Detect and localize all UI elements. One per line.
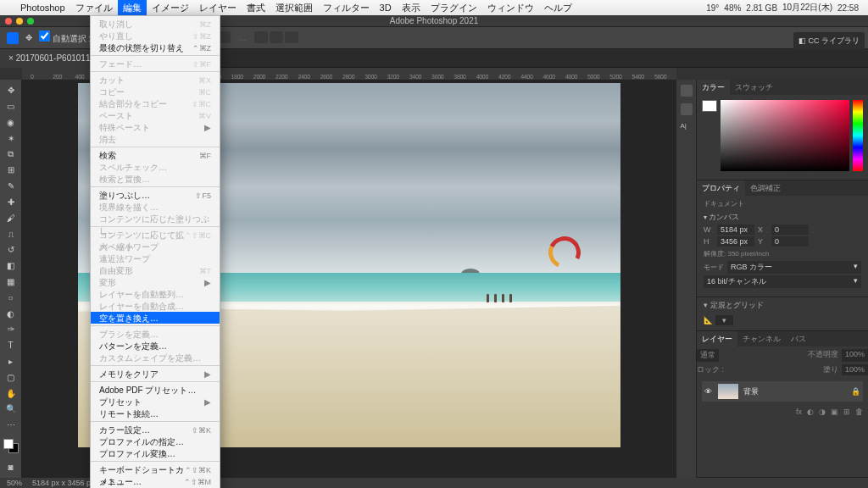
new-layer-icon[interactable]: ⊞ [843,408,850,416]
status-temp: 19° [704,3,721,13]
layer-fill[interactable]: 100% [842,364,868,375]
quickmask-tool[interactable]: ◙ [0,459,21,474]
menu-item-塗りつぶし…[interactable]: 塗りつぶし…⇧F5 [91,189,220,201]
color-swatches[interactable] [3,439,19,454]
bit-depth[interactable]: 16 bit/チャンネル▾ [704,275,861,288]
panel-icon-1[interactable] [681,85,693,97]
tab-properties[interactable]: プロパティ [697,180,745,196]
ruler-grid-header[interactable]: ▾ 定規とグリッド [704,301,764,309]
blend-mode[interactable]: 通常 [697,349,719,362]
zoom-level[interactable]: 50% [7,479,22,487]
menu-item-プロファイルの指定…[interactable]: プロファイルの指定… [91,435,220,447]
menu-item-カラー設定…[interactable]: カラー設定…⇧⌘K [91,424,220,435]
trash-icon[interactable]: 🗑 [855,408,863,416]
shape-tool[interactable]: ▢ [0,369,21,385]
path-tool[interactable]: ▸ [0,354,21,369]
canvas-y[interactable]: 0 [771,236,809,247]
menu-view[interactable]: 表示 [397,0,426,15]
layer-action-icons[interactable]: fx ◐ ◑ ▣ ⊞ 🗑 [697,405,868,419]
lock-icon[interactable]: 🔒 [851,387,860,396]
menu-image[interactable]: イメージ [147,0,194,15]
tab-swatches[interactable]: スウォッチ [730,80,778,95]
color-mode[interactable]: RGB カラー▾ [727,261,861,274]
crop-tool[interactable]: ⧉ [0,147,21,162]
canvas-width[interactable]: 5184 px [717,225,754,235]
tab-adjustments[interactable]: 色調補正 [745,180,786,196]
frame-tool[interactable]: ⊞ [0,163,21,178]
grid-unit[interactable]: ▾ [715,315,733,325]
auto-select-checkbox[interactable]: 自動選択 : [39,30,91,45]
edit-toolbar[interactable]: ⋯ [0,418,21,433]
dodge-tool[interactable]: ◐ [0,306,21,321]
menu-item-Adobe PDF プリセット…[interactable]: Adobe PDF プリセット… [91,384,220,396]
home-icon[interactable] [7,32,19,44]
brush-tool[interactable]: 🖌 [0,210,21,225]
menu-item-空を置き換え…[interactable]: 空を置き換え… [91,312,220,324]
adjust-icon[interactable]: ◑ [819,408,826,416]
gradient-tool[interactable]: ▦ [0,274,21,290]
visibility-icon[interactable]: 👁 [704,387,713,396]
menu-filter[interactable]: フィルター [318,0,375,15]
menu-type[interactable]: 書式 [242,0,270,15]
traffic-lights[interactable] [5,18,34,25]
history-brush-tool[interactable]: ↺ [0,242,21,258]
eraser-tool[interactable]: ◧ [0,258,21,274]
blur-tool[interactable]: ○ [0,290,21,305]
wand-tool[interactable]: ✶ [0,130,21,146]
move-tool[interactable]: ✥ [0,83,21,98]
tab-paths[interactable]: パス [786,331,811,347]
canvas-x[interactable]: 0 [771,225,809,235]
menu-select[interactable]: 選択範囲 [270,0,318,15]
eyedropper-tool[interactable]: ✎ [0,179,21,194]
panel-icon-3[interactable]: A| [681,122,693,134]
layer-name[interactable]: 背景 [743,386,759,397]
menu-item-プロファイル変換…[interactable]: プロファイル変換… [91,447,220,459]
menu-item-メモリをクリア[interactable]: メモリをクリア▶ [91,368,220,380]
menu-item-パターンを定義…[interactable]: パターンを定義… [91,340,220,352]
color-picker[interactable] [697,95,868,176]
layer-thumbnail[interactable] [718,384,738,399]
menu-item-検索[interactable]: 検索⌘F [91,149,220,161]
menu-help[interactable]: ヘルプ [539,0,577,15]
tab-layers[interactable]: レイヤー [697,331,737,347]
layer-opacity[interactable]: 100% [842,349,868,362]
fx-icon[interactable]: fx [796,408,802,416]
tab-channels[interactable]: チャンネル [737,331,786,347]
menu-photoshop[interactable]: Photoshop [15,0,70,15]
canvas-section[interactable]: カンバス [704,212,861,223]
menu-item-ブラシを定義…: ブラシを定義… [91,328,220,340]
lasso-tool[interactable]: ◉ [0,115,21,130]
mask-icon[interactable]: ◐ [807,408,814,416]
menu-layer[interactable]: レイヤー [194,0,242,15]
zoom-icon[interactable] [27,18,34,25]
menu-edit[interactable]: 編集 [118,0,147,15]
pen-tool[interactable]: ✑ [0,322,21,337]
tab-color[interactable]: カラー [697,80,730,95]
panel-icon-2[interactable] [681,103,693,115]
menu-plugin[interactable]: プラグイン [426,0,482,15]
status-battery: 48% [721,3,743,13]
menu-3d[interactable]: 3D [375,0,397,15]
menu-item-最後の状態を切り替え[interactable]: 最後の状態を切り替え⌃⌘Z [91,42,220,53]
heal-tool[interactable]: ✚ [0,195,21,210]
canvas-height[interactable]: 3456 px [717,236,754,247]
stamp-tool[interactable]: ⎍ [0,226,21,241]
move-tool-icon[interactable]: ✥ [25,33,32,42]
menu-item-キーボードショートカット…[interactable]: キーボードショートカット…⌃⇧⌘K [91,463,220,475]
menu-item-プリセット[interactable]: プリセット▶ [91,396,220,408]
menu-item-メニュー…[interactable]: メニュー…⌃⇧⌘M [91,475,220,487]
cc-libraries-panel[interactable]: CC ライブラリ [793,32,865,50]
hand-tool[interactable]: ✋ [0,385,21,401]
menu-file[interactable]: ファイル [70,0,118,15]
ruler-icon[interactable]: 📐 [704,316,713,324]
minimize-icon[interactable] [16,18,23,25]
folder-icon[interactable]: ▣ [831,408,838,416]
marquee-tool[interactable]: ▭ [0,99,21,114]
type-tool[interactable]: T [0,338,21,353]
collapsed-panel-icons[interactable]: A| [676,80,697,478]
menu-window[interactable]: ウィンドウ [482,0,539,15]
layer-background[interactable]: 👁 背景 🔒 [702,381,863,402]
zoom-tool[interactable]: 🔍 [0,402,21,417]
menu-item-リモート接続…[interactable]: リモート接続… [91,408,220,419]
close-icon[interactable] [5,18,12,25]
